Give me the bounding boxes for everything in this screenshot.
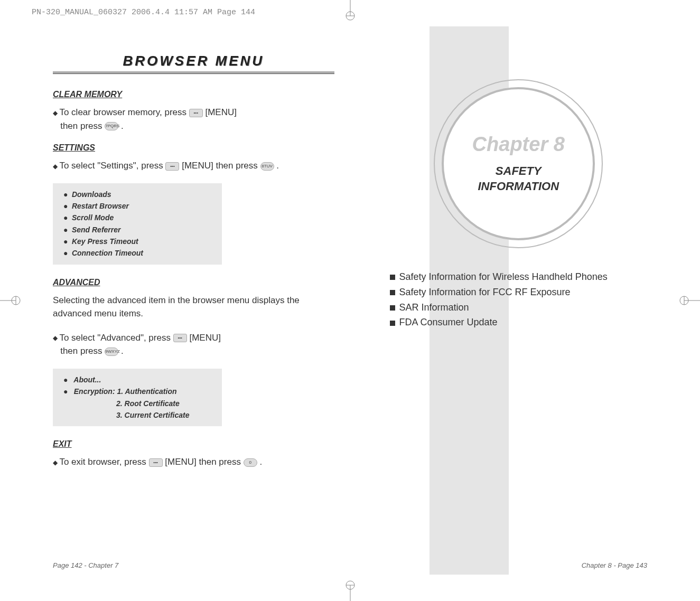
list-item: ● About... [63,374,211,386]
page-title: BROWSER MENU [53,53,334,69]
square-bullet-icon [390,305,395,311]
bullet-icon: ● [63,236,70,247]
item-label: Key Press Timeout [72,237,138,246]
text: [MENU] [205,107,237,117]
item-label: Restart Browser [72,202,129,210]
text: . [259,457,262,467]
left-page: BROWSER MENU CLEAR MEMORY ◆ To clear bro… [29,26,366,575]
square-bullet-icon [390,321,395,326]
crop-mark-bottom-icon [340,580,361,601]
menu-button-icon: ••• [189,109,203,117]
item-label: 3. Current Certificate [116,411,189,419]
advanced-paragraph: Selecting the advanced item in the brows… [53,294,334,321]
circle-outer: Chapter 8 SAFETY INFORMATION [434,79,603,248]
page-footer-left: Page 142 - Chapter 7 [53,561,118,569]
table-of-contents: Safety Information for Wireless Handheld… [390,269,648,330]
item-label: Send Referrer [72,226,121,234]
subtitle-line1: SAFETY [496,164,542,177]
toc-label: Safety Information for FCC RF Exposure [399,287,571,297]
chapter-subtitle: SAFETY INFORMATION [478,164,559,194]
clear-memory-instruction: ◆ To clear browser memory, press ••• [ME… [53,106,334,133]
exit-heading: EXIT [53,439,334,449]
text: [MENU] [189,333,221,343]
diamond-bullet-icon: ◆ [53,108,57,118]
text: . [121,121,124,131]
page-spread: BROWSER MENU CLEAR MEMORY ◆ To clear bro… [29,26,671,575]
advanced-heading: ADVANCED [53,278,334,287]
text: . [276,161,279,171]
zero-key-icon: 0 [244,458,257,467]
item-label: Encryption: 1. Authentication [74,387,177,396]
list-item: ● Downloads [63,189,211,200]
text: . [121,346,124,356]
circle-inner: Chapter 8 SAFETY INFORMATION [442,87,595,240]
print-header: PN-320_MANUAL_060327 2006.4.4 11:57 AM P… [32,8,255,17]
bullet-icon: ● [63,212,70,223]
exit-instruction: ◆ To exit browser, press ••• [MENU] then… [53,455,334,469]
settings-heading: SETTINGS [53,143,334,153]
text: then press [60,121,102,131]
bullet-icon: ● [63,247,70,259]
text: then press [60,346,102,356]
toc-label: SAR Information [399,302,469,313]
toc-label: Safety Information for Wireless Handheld… [399,271,608,282]
advanced-options-box: ● About... ● Encryption: 1. Authenticati… [53,369,222,427]
item-label: 2. Root Certificate [116,399,180,408]
item-label: Downloads [72,190,111,199]
toc-item: Safety Information for FCC RF Exposure [390,285,648,300]
eight-key-icon: 8TUV [260,162,274,171]
bullet-icon: ● [63,224,70,236]
toc-item: Safety Information for Wireless Handheld… [390,269,648,285]
bullet-icon: ● [63,374,70,386]
menu-button-icon: ••• [149,458,163,467]
list-item: 2. Root Certificate [63,398,211,409]
square-bullet-icon [390,275,395,280]
list-item: ● Encryption: 1. Authentication [63,386,211,397]
text: To select "Settings", press [59,161,163,171]
square-bullet-icon [390,290,395,295]
diamond-bullet-icon: ◆ [53,458,57,467]
subtitle-line2: INFORMATION [478,180,559,193]
list-item: ● Connection Timeout [63,247,211,259]
text: [MENU] then press [165,457,241,467]
toc-item: FDA Consumer Update [390,315,648,330]
settings-options-box: ● Downloads ● Restart Browser ● Scroll M… [53,183,222,265]
bullet-icon: ● [63,386,70,397]
item-label: Scroll Mode [72,213,114,222]
item-label: About... [73,375,101,384]
bullet-icon: ● [63,189,70,200]
chapter-circle: Chapter 8 SAFETY INFORMATION [434,79,603,248]
bullet-icon: ● [63,200,70,212]
text: To select "Advanced", press [59,333,171,343]
page-footer-right: Chapter 8 - Page 143 [582,561,647,569]
list-item: 3. Current Certificate [63,409,211,421]
advanced-instruction: ◆ To select "Advanced", press ••• [MENU]… [53,331,334,358]
diamond-bullet-icon: ◆ [53,333,57,343]
list-item: ● Scroll Mode [63,212,211,223]
settings-instruction: ◆ To select "Settings", press ••• [MENU]… [53,159,334,173]
crop-mark-top-icon [340,0,361,21]
diamond-bullet-icon: ◆ [53,162,57,171]
menu-button-icon: ••• [173,334,187,342]
crop-mark-left-icon [0,290,21,311]
crop-mark-right-icon [679,290,700,311]
list-item: ● Key Press Timeout [63,236,211,247]
toc-item: SAR Information [390,300,648,315]
menu-button-icon: ••• [165,162,179,171]
chapter-number: Chapter 8 [472,133,565,156]
title-underline [53,72,334,74]
item-label: Connection Timeout [72,249,143,257]
seven-key-icon: 7PQRS [105,122,118,130]
right-page: Chapter 8 SAFETY INFORMATION Safety Info… [366,26,671,575]
nine-key-icon: 9WXYZ [105,348,118,356]
list-item: ● Restart Browser [63,200,211,212]
text: To exit browser, press [59,457,146,467]
toc-label: FDA Consumer Update [399,317,498,327]
text: To clear browser memory, press [59,107,186,117]
clear-memory-heading: CLEAR MEMORY [53,90,334,99]
text: [MENU] then press [182,161,258,171]
list-item: ● Send Referrer [63,224,211,236]
